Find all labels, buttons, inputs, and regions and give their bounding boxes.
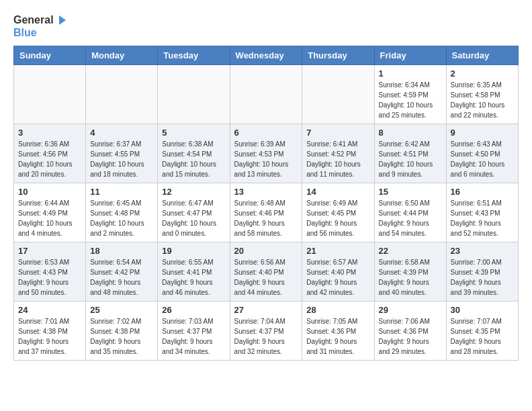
day-number: 4 [90,128,153,138]
calendar-day-cell: 23Sunrise: 7:00 AM Sunset: 4:39 PM Dayli… [446,242,518,302]
day-info: Sunrise: 6:43 AM Sunset: 4:50 PM Dayligh… [451,139,514,179]
day-number: 14 [306,187,369,197]
calendar-day-cell: 3Sunrise: 6:36 AM Sunset: 4:56 PM Daylig… [14,124,86,183]
calendar-day-cell [230,65,302,124]
calendar-day-cell: 11Sunrise: 6:45 AM Sunset: 4:48 PM Dayli… [86,183,158,242]
day-number: 28 [306,305,369,315]
calendar-day-cell: 24Sunrise: 7:01 AM Sunset: 4:38 PM Dayli… [14,302,86,361]
day-number: 7 [306,128,369,138]
calendar-day-cell: 20Sunrise: 6:56 AM Sunset: 4:40 PM Dayli… [230,242,302,302]
day-number: 25 [90,305,153,315]
day-info: Sunrise: 6:53 AM Sunset: 4:43 PM Dayligh… [18,257,81,298]
day-number: 10 [18,187,81,197]
day-info: Sunrise: 6:56 AM Sunset: 4:40 PM Dayligh… [234,257,298,298]
logo-arrow-icon [55,14,67,26]
calendar-day-cell: 22Sunrise: 6:58 AM Sunset: 4:39 PM Dayli… [374,242,446,302]
day-info: Sunrise: 6:57 AM Sunset: 4:40 PM Dayligh… [306,257,369,298]
calendar-day-cell: 29Sunrise: 7:06 AM Sunset: 4:36 PM Dayli… [374,302,446,361]
day-info: Sunrise: 7:04 AM Sunset: 4:37 PM Dayligh… [234,316,298,357]
day-info: Sunrise: 6:45 AM Sunset: 4:48 PM Dayligh… [90,198,153,238]
day-number: 30 [451,305,514,315]
day-number: 29 [379,305,442,315]
calendar-week-row: 17Sunrise: 6:53 AM Sunset: 4:43 PM Dayli… [14,242,519,302]
calendar-day-cell [86,65,158,124]
day-number: 23 [451,246,514,256]
day-number: 22 [379,246,442,256]
day-info: Sunrise: 7:00 AM Sunset: 4:39 PM Dayligh… [451,257,514,298]
day-number: 18 [90,246,153,256]
calendar-day-cell: 8Sunrise: 6:42 AM Sunset: 4:51 PM Daylig… [374,124,446,183]
day-info: Sunrise: 7:06 AM Sunset: 4:36 PM Dayligh… [379,316,442,357]
day-info: Sunrise: 7:03 AM Sunset: 4:37 PM Dayligh… [162,316,225,357]
day-info: Sunrise: 6:44 AM Sunset: 4:49 PM Dayligh… [18,198,81,238]
day-number: 15 [379,187,442,197]
day-number: 11 [90,187,153,197]
weekday-header: Saturday [446,46,518,65]
day-number: 12 [162,187,225,197]
day-info: Sunrise: 7:07 AM Sunset: 4:35 PM Dayligh… [451,316,514,357]
day-number: 9 [451,128,514,138]
calendar-week-row: 1Sunrise: 6:34 AM Sunset: 4:59 PM Daylig… [14,65,519,124]
calendar-day-cell [14,65,86,124]
calendar-day-cell: 7Sunrise: 6:41 AM Sunset: 4:52 PM Daylig… [302,124,374,183]
logo-general: General [13,13,54,26]
calendar-day-cell: 4Sunrise: 6:37 AM Sunset: 4:55 PM Daylig… [86,124,158,183]
calendar-day-cell: 30Sunrise: 7:07 AM Sunset: 4:35 PM Dayli… [446,302,518,361]
weekday-header: Tuesday [158,46,230,65]
day-info: Sunrise: 6:37 AM Sunset: 4:55 PM Dayligh… [90,139,153,179]
calendar-day-cell: 14Sunrise: 6:49 AM Sunset: 4:45 PM Dayli… [302,183,374,242]
day-info: Sunrise: 6:34 AM Sunset: 4:59 PM Dayligh… [379,80,442,120]
day-number: 21 [306,246,369,256]
day-number: 3 [18,128,81,138]
page-header: General Blue [13,13,519,39]
day-number: 6 [234,128,298,138]
calendar-day-cell: 15Sunrise: 6:50 AM Sunset: 4:44 PM Dayli… [374,183,446,242]
calendar-week-row: 3Sunrise: 6:36 AM Sunset: 4:56 PM Daylig… [14,124,519,183]
calendar-day-cell [302,65,374,124]
day-number: 17 [18,246,81,256]
day-number: 16 [451,187,514,197]
day-info: Sunrise: 6:51 AM Sunset: 4:43 PM Dayligh… [451,198,514,238]
day-number: 24 [18,305,81,315]
day-number: 20 [234,246,298,256]
calendar-day-cell: 18Sunrise: 6:54 AM Sunset: 4:42 PM Dayli… [86,242,158,302]
day-info: Sunrise: 6:42 AM Sunset: 4:51 PM Dayligh… [379,139,442,179]
day-number: 26 [162,305,225,315]
calendar-day-cell: 27Sunrise: 7:04 AM Sunset: 4:37 PM Dayli… [230,302,302,361]
day-number: 1 [379,68,442,79]
day-info: Sunrise: 7:01 AM Sunset: 4:38 PM Dayligh… [18,316,81,357]
calendar-day-cell: 1Sunrise: 6:34 AM Sunset: 4:59 PM Daylig… [374,65,446,124]
day-number: 2 [451,68,514,79]
calendar-day-cell: 6Sunrise: 6:39 AM Sunset: 4:53 PM Daylig… [230,124,302,183]
day-number: 13 [234,187,298,197]
svg-marker-0 [59,15,66,25]
day-info: Sunrise: 6:54 AM Sunset: 4:42 PM Dayligh… [90,257,153,298]
day-info: Sunrise: 6:41 AM Sunset: 4:52 PM Dayligh… [306,139,369,179]
calendar-week-row: 10Sunrise: 6:44 AM Sunset: 4:49 PM Dayli… [14,183,519,242]
day-info: Sunrise: 7:02 AM Sunset: 4:38 PM Dayligh… [90,316,153,357]
calendar-day-cell: 28Sunrise: 7:05 AM Sunset: 4:36 PM Dayli… [302,302,374,361]
calendar-day-cell: 10Sunrise: 6:44 AM Sunset: 4:49 PM Dayli… [14,183,86,242]
calendar-day-cell: 12Sunrise: 6:47 AM Sunset: 4:47 PM Dayli… [158,183,230,242]
day-info: Sunrise: 7:05 AM Sunset: 4:36 PM Dayligh… [306,316,369,357]
calendar-day-cell: 26Sunrise: 7:03 AM Sunset: 4:37 PM Dayli… [158,302,230,361]
calendar-day-cell: 9Sunrise: 6:43 AM Sunset: 4:50 PM Daylig… [446,124,518,183]
calendar-day-cell: 16Sunrise: 6:51 AM Sunset: 4:43 PM Dayli… [446,183,518,242]
day-number: 19 [162,246,225,256]
calendar-day-cell: 17Sunrise: 6:53 AM Sunset: 4:43 PM Dayli… [14,242,86,302]
day-number: 27 [234,305,298,315]
day-info: Sunrise: 6:48 AM Sunset: 4:46 PM Dayligh… [234,198,298,238]
weekday-header: Wednesday [230,46,302,65]
calendar-day-cell: 21Sunrise: 6:57 AM Sunset: 4:40 PM Dayli… [302,242,374,302]
logo: General Blue [13,13,67,39]
logo-blue: Blue [13,26,67,39]
day-info: Sunrise: 6:58 AM Sunset: 4:39 PM Dayligh… [379,257,442,298]
day-info: Sunrise: 6:50 AM Sunset: 4:44 PM Dayligh… [379,198,442,238]
calendar-table: SundayMondayTuesdayWednesdayThursdayFrid… [13,46,519,361]
logo-container: General Blue [13,13,67,39]
calendar-week-row: 24Sunrise: 7:01 AM Sunset: 4:38 PM Dayli… [14,302,519,361]
day-info: Sunrise: 6:47 AM Sunset: 4:47 PM Dayligh… [162,198,225,238]
day-info: Sunrise: 6:36 AM Sunset: 4:56 PM Dayligh… [18,139,81,179]
day-number: 5 [162,128,225,138]
weekday-header: Thursday [302,46,374,65]
